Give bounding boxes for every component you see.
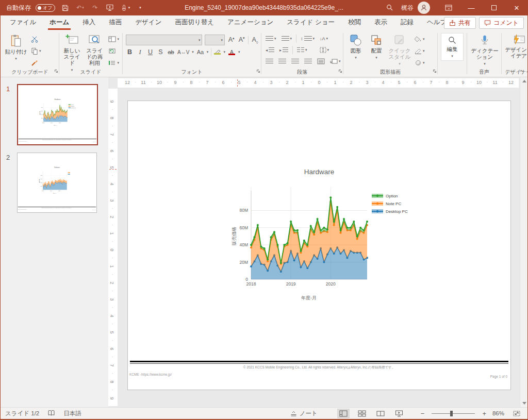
arrange-button[interactable]: 配置 ▾ (367, 33, 386, 69)
scroll-up-icon[interactable] (522, 80, 526, 82)
redo-button[interactable]: ↷ (90, 1, 100, 15)
fit-to-window-button[interactable] (510, 409, 523, 418)
tab-record[interactable]: 記録 (394, 15, 420, 30)
new-slide-button[interactable]: 新しいスライド ▾ (62, 33, 81, 73)
font-dialog-launcher[interactable] (256, 66, 260, 75)
quick-access-more-button[interactable]: ▾ (135, 1, 145, 15)
paste-dropdown[interactable]: ▾ (15, 56, 17, 62)
tab-view[interactable]: 表示 (368, 15, 394, 30)
align-center-button[interactable] (277, 57, 287, 66)
zoom-slider[interactable] (432, 413, 475, 414)
paste-button[interactable]: 貼り付け ▾ (4, 33, 28, 69)
spellcheck-button[interactable] (47, 410, 55, 417)
underline-button[interactable]: U (146, 48, 154, 56)
zoom-out-button[interactable]: − (421, 410, 425, 417)
tab-insert[interactable]: 挿入 (76, 15, 102, 30)
text-shadow-button[interactable]: S (157, 48, 164, 56)
columns-button[interactable]: ▾ (296, 45, 308, 55)
increase-font-size-button[interactable]: A▴ (227, 36, 235, 43)
drawing-dialog-launcher[interactable] (433, 66, 437, 75)
slide-2-thumbnail[interactable]: 020M40M60M80M201820192020Software販売価格年度-… (17, 153, 97, 213)
maximize-button[interactable] (483, 0, 505, 15)
tab-draw[interactable]: 描画 (102, 15, 128, 30)
font-color-button[interactable]: A (228, 49, 236, 55)
tab-animations[interactable]: アニメーション (221, 15, 280, 30)
slide-chart[interactable]: 020M40M60M80M201820192020Hardware販売価格年度-… (128, 101, 510, 390)
vertical-scrollbar[interactable] (520, 77, 528, 407)
search-button[interactable] (385, 1, 395, 15)
tab-home[interactable]: ホーム (43, 15, 76, 30)
zoom-slider-handle[interactable] (450, 411, 453, 416)
align-right-button[interactable] (290, 57, 300, 66)
tab-review[interactable]: 校閲 (341, 15, 368, 30)
highlight-color-button[interactable] (214, 49, 221, 55)
shape-outline-button[interactable]: ▾ (414, 46, 426, 56)
share-button[interactable]: 共有 (444, 17, 476, 29)
strikethrough-button[interactable]: ab (167, 49, 175, 55)
align-text-button[interactable]: ▾ (319, 45, 331, 55)
dictation-button[interactable]: ディクテーション ▾ (470, 33, 499, 67)
distribute-button[interactable] (316, 57, 326, 66)
account-user-name[interactable]: 梶谷 (401, 4, 414, 12)
justify-button[interactable] (303, 57, 313, 66)
convert-smartart-button[interactable]: ▾ (329, 57, 342, 66)
tab-slide-show[interactable]: スライド ショー (280, 15, 341, 30)
clipboard-dialog-launcher[interactable] (54, 66, 58, 75)
collapse-ribbon-button[interactable] (519, 65, 524, 75)
editing-button[interactable]: 編集 ▾ (441, 33, 464, 61)
reset-slide-button[interactable] (107, 46, 120, 56)
slide-canvas[interactable]: 020M40M60M80M201820192020Hardware販売価格年度-… (128, 101, 510, 390)
change-case-button[interactable]: Aa (196, 49, 204, 55)
decrease-indent-button[interactable]: ◂ (265, 45, 275, 55)
tab-transitions[interactable]: 画面切り替え (168, 15, 221, 30)
zoom-in-button[interactable]: + (482, 410, 486, 417)
avatar[interactable] (418, 2, 430, 14)
text-direction-button[interactable]: ↓A▾ (319, 34, 329, 43)
slide-layout-button[interactable]: ▾ (107, 35, 120, 44)
shapes-button[interactable]: 図形 ▾ (346, 33, 365, 69)
format-painter-button[interactable] (30, 58, 42, 68)
reading-view-button[interactable] (374, 409, 387, 418)
zoom-level[interactable]: 86% (492, 410, 504, 416)
numbering-button[interactable]: ▾ (280, 34, 293, 43)
section-button[interactable]: ▾ (107, 58, 120, 68)
design-ideas-button[interactable]: デザインアイデア (505, 33, 528, 59)
ribbon-display-options-button[interactable] (437, 0, 460, 15)
close-button[interactable]: ✕ (505, 0, 528, 15)
align-left-button[interactable] (265, 57, 274, 66)
tab-file[interactable]: ファイル (3, 15, 43, 30)
bullets-button[interactable]: ▾ (265, 34, 277, 43)
italic-button[interactable]: I (136, 48, 144, 56)
autosave-toggle[interactable]: オフ (36, 4, 55, 12)
slideshow-view-button[interactable] (393, 409, 405, 418)
slide-1-thumbnail[interactable]: 020M40M60M80M201820192020Hardware販売価格年度-… (17, 84, 98, 145)
scroll-down-icon[interactable] (522, 402, 526, 405)
copy-button[interactable]: ▾ (30, 46, 42, 56)
paragraph-dialog-launcher[interactable] (338, 66, 342, 75)
normal-view-button[interactable] (337, 409, 350, 418)
clear-formatting-button[interactable]: A◊ (251, 36, 259, 44)
cut-button[interactable] (30, 35, 42, 44)
touch-mouse-mode-button[interactable]: ▾ (120, 1, 130, 15)
slide-sorter-view-button[interactable] (356, 409, 368, 418)
increase-indent-button[interactable]: ▸ (278, 45, 289, 55)
decrease-font-size-button[interactable]: A▾ (238, 36, 245, 43)
save-button[interactable] (60, 1, 70, 15)
undo-button[interactable]: ↶▾ (75, 1, 85, 15)
language-indicator[interactable]: 日本語 (63, 410, 81, 417)
notes-button[interactable]: ノート (290, 410, 318, 417)
bold-button[interactable]: B (126, 48, 134, 56)
minimize-button[interactable]: — (460, 0, 483, 15)
slide-chart[interactable]: 020M40M60M80M201820192020Hardware販売価格年度-… (18, 85, 97, 144)
shape-effects-button[interactable]: ▾ (414, 58, 426, 68)
tab-design[interactable]: デザイン (128, 15, 168, 30)
character-spacing-button[interactable]: A⇔V (177, 49, 189, 55)
font-name-combo[interactable]: ▾ (126, 35, 202, 45)
font-size-combo[interactable]: ▾ (205, 35, 225, 45)
start-slideshow-button[interactable] (105, 1, 115, 15)
reuse-slides-button[interactable]: スライドの再利用 (84, 33, 105, 73)
slide-chart[interactable]: 020M40M60M80M201820192020Software販売価格年度-… (18, 153, 96, 212)
comments-button[interactable]: コメント (479, 17, 524, 29)
line-spacing-button[interactable]: ↕▾ (300, 34, 316, 43)
shape-fill-button[interactable]: ▾ (414, 35, 426, 44)
